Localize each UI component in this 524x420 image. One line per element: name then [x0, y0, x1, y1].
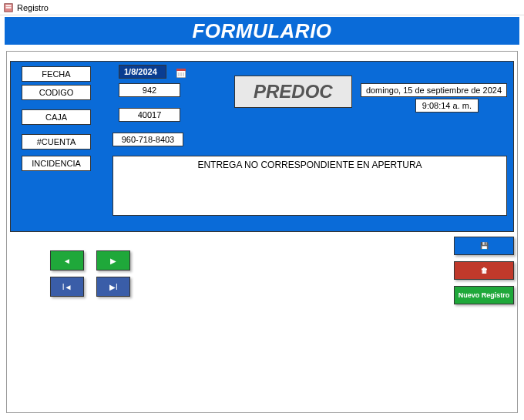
svg-rect-2	[6, 7, 12, 8]
label-cuenta: #CUENTA	[22, 134, 91, 150]
svg-rect-1	[6, 5, 12, 6]
delete-icon: 🗑	[481, 267, 488, 274]
label-caja: CAJA	[22, 109, 91, 125]
window-title: Registro	[17, 3, 49, 12]
first-button[interactable]: I◄	[50, 277, 84, 297]
current-date: domingo, 15 de septiembre de 2024	[361, 83, 507, 97]
save-icon: 💾	[480, 242, 489, 250]
save-button[interactable]: 💾	[454, 237, 514, 255]
window-titlebar: Registro	[0, 0, 524, 15]
nuevo-registro-button[interactable]: Nuevo Registro	[454, 286, 514, 304]
input-codigo[interactable]: 942	[119, 83, 180, 97]
input-fecha[interactable]: 1/8/2024	[119, 65, 166, 79]
label-incidencia: INCIDENCIA	[22, 156, 91, 171]
form-icon	[3, 2, 14, 13]
delete-button[interactable]: 🗑	[454, 261, 514, 280]
action-column: 💾 🗑 Nuevo Registro	[454, 237, 514, 311]
label-codigo: CODIGO	[22, 85, 91, 100]
current-time: 9:08:14 a. m.	[415, 99, 479, 113]
header-bar: FORMULARIO	[5, 17, 519, 45]
last-button[interactable]: ▶I	[96, 277, 130, 297]
predoc-badge: PREDOC	[234, 76, 352, 108]
input-caja[interactable]: 40017	[119, 108, 180, 122]
next-button[interactable]: ▶	[96, 250, 130, 270]
page-title: FORMULARIO	[192, 19, 331, 43]
prev-button[interactable]: ◄	[50, 250, 84, 270]
content-wrapper: FECHA CODIGO CAJA #CUENTA INCIDENCIA 1/8…	[6, 51, 518, 413]
calendar-icon[interactable]	[176, 67, 186, 76]
input-cuenta[interactable]: 960-718-8403	[113, 133, 183, 146]
nav-buttons: ◄ ▶ I◄ ▶I	[50, 250, 139, 303]
svg-rect-4	[176, 69, 186, 71]
input-incidencia[interactable]: ENTREGA NO CORRESPONDIENTE EN APERTURA	[113, 156, 507, 216]
label-fecha: FECHA	[22, 66, 91, 82]
form-panel: FECHA CODIGO CAJA #CUENTA INCIDENCIA 1/8…	[10, 61, 514, 232]
